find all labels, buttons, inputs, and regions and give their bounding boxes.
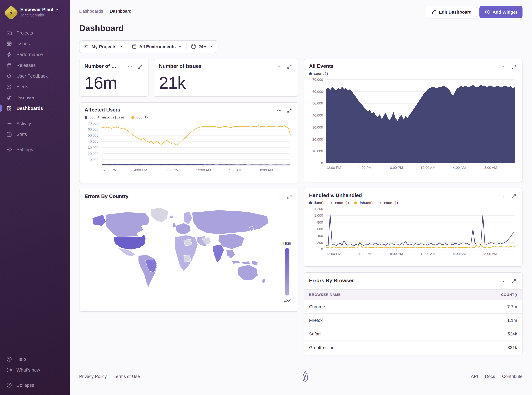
add-widget-button[interactable]: Add Widget [480,6,522,18]
world-map-container[interactable]: High Low [85,203,293,304]
sidebar-item-activity[interactable]: Activity [0,118,70,129]
world-map[interactable] [85,203,271,300]
region-north-africa[interactable] [184,239,192,246]
sidebar-item-alerts[interactable]: Alerts [0,81,70,92]
sidebar-item-user-feedback[interactable]: User Feedback [0,71,70,81]
y-axis-tick-label: 30,000 [85,146,98,149]
country-canada[interactable] [106,212,150,237]
country-alaska[interactable] [92,215,106,226]
card-menu-button[interactable] [500,192,507,200]
legend-item[interactable]: count() [309,71,329,76]
legend-item[interactable]: count() [131,115,151,119]
sidebar-item-projects[interactable]: Projects [0,27,70,38]
x-axis-tick-label: 8:00 PM [385,166,407,170]
time-range-filter[interactable]: 24H [186,41,217,53]
contribute-link[interactable]: Contribute [502,374,522,379]
card-menu-button[interactable] [276,193,283,201]
environment-filter[interactable]: All Environments [127,41,186,53]
legend-item[interactable]: Handled : count() [309,201,349,205]
card-expand-button[interactable] [510,192,517,200]
y-axis-tick-label: 200 [309,241,323,244]
project-filter[interactable]: My Projects [80,41,127,53]
ellipsis-icon [277,65,282,69]
all-events-chart[interactable]: 70,00060,00050,00040,00030,00020,00010,0… [309,77,517,171]
table-row[interactable]: Firefox 1.1m [304,314,522,327]
legend-dot [131,116,134,119]
sidebar-item-whats-new[interactable]: What's new [0,365,70,375]
terms-of-use-link[interactable]: Terms of Use [114,374,140,379]
legend-gradient-bar [285,248,289,296]
sidebar-item-discover[interactable]: Discover [0,92,70,103]
browser-name: Firefox [309,318,323,323]
region-indonesia-west[interactable] [232,261,240,264]
api-link[interactable]: API [471,374,478,379]
card-menu-button[interactable] [500,63,507,70]
affected-users-chart[interactable]: 70,00060,00050,00040,00030,00020,00010,0… [85,121,293,174]
sidebar-item-releases[interactable]: Releases [0,60,70,71]
table-row[interactable]: Chrome 7.7m [304,300,522,314]
chart-legend: count_unique(user) count() [85,115,293,119]
country-new-zealand[interactable] [262,278,266,283]
sidebar-collapse-button[interactable]: Collapse [0,380,70,390]
card-expand-button[interactable] [510,278,517,285]
y-axis-tick-label: 60,000 [85,127,98,131]
org-logo [4,5,19,20]
card-expand-button[interactable] [136,63,143,70]
org-switcher[interactable]: Empower Plant Jane Schmidt [0,0,70,18]
country-australia[interactable] [237,265,258,280]
country-india[interactable] [213,245,224,263]
column-browser-name[interactable]: BROWSER.NAME [309,293,341,296]
alerts-icon [6,84,12,90]
card-expand-button[interactable] [510,63,517,70]
errors-by-country-card: Errors By Country [79,189,298,312]
table-row[interactable]: Safari 524k [304,327,522,341]
region-scandinavia[interactable] [184,211,192,225]
sidebar-item-settings[interactable]: Settings [0,144,70,155]
card-menu-button[interactable] [276,107,283,114]
sidebar-item-performance[interactable]: Performance [0,49,70,60]
region-central-africa[interactable] [184,255,191,262]
filter-bar: My Projects All Environments [79,40,217,53]
series-count() [326,84,515,163]
expand-icon [511,194,516,198]
sidebar-item-issues[interactable]: Issues [0,38,70,49]
affected-plot[interactable] [85,121,293,174]
gear-icon [6,147,12,152]
edit-dashboard-button[interactable]: Edit Dashboard [426,6,477,18]
card-menu-button[interactable] [500,278,507,285]
column-count[interactable]: COUNT() [501,293,517,296]
sidebar-item-help[interactable]: Help [0,354,70,365]
country-png[interactable] [252,261,258,265]
country-greenland[interactable] [150,208,168,222]
environment-filter-icon [132,44,137,49]
breadcrumb-separator: › [106,8,107,14]
all-events-plot[interactable] [309,77,517,171]
region-se-asia[interactable] [226,250,235,258]
card-expand-button[interactable] [286,107,293,114]
card-menu-button[interactable] [276,63,283,70]
handled-plot[interactable] [309,206,517,258]
privacy-policy-link[interactable]: Privacy Policy [79,374,107,379]
table-row[interactable]: Go-http-client 331k [304,341,522,354]
card-menu-button[interactable] [126,63,133,70]
sidebar-item-dashboards[interactable]: Dashboards [0,103,70,114]
y-axis-tick-label: 40,000 [309,113,323,117]
sidebar-item-label: Help [16,357,26,362]
country-iceland[interactable] [169,215,173,218]
sidebar-nav: Projects Issues Performance [0,27,70,155]
region-indonesia-east[interactable] [242,261,250,264]
country-russia[interactable] [192,210,269,234]
sidebar-item-stats[interactable]: Stats [0,129,70,140]
y-axis-tick-label: 1,000 [309,214,323,217]
card-expand-button[interactable] [286,193,293,201]
breadcrumb-dashboards[interactable]: Dashboards [79,8,103,13]
x-axis-tick-label: 12:00 PM [98,168,120,172]
releases-icon [6,62,12,68]
region-europe[interactable] [175,223,191,234]
legend-item[interactable]: Unhandled : count() [354,201,399,205]
handled-unhandled-chart[interactable]: 1,2001,000800600400200012:00 PM4:00 PM8:… [309,206,517,258]
card-expand-button[interactable] [286,63,293,70]
legend-item[interactable]: count_unique(user) [85,115,127,119]
docs-link[interactable]: Docs [485,374,495,379]
legend-dot [354,202,357,204]
